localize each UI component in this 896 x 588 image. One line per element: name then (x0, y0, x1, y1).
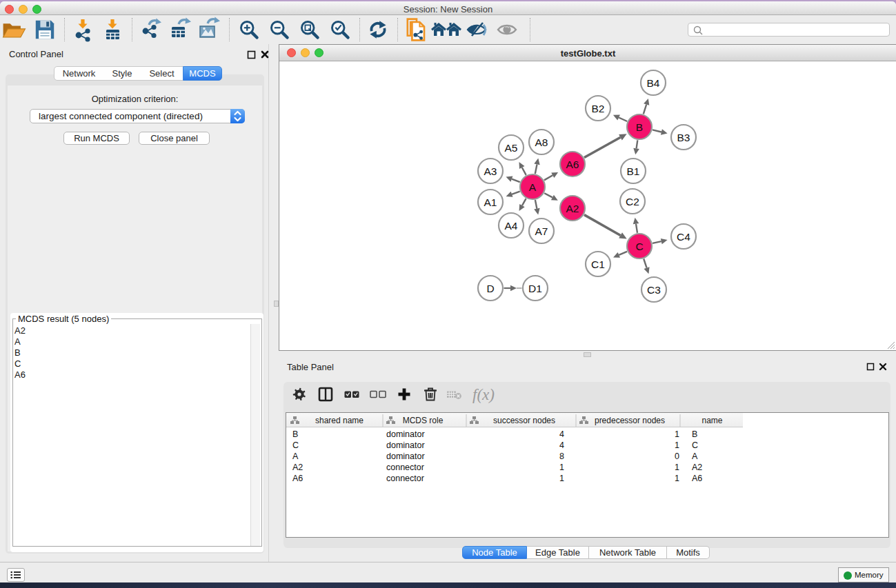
svg-text:A7: A7 (535, 225, 548, 237)
svg-text:D1: D1 (528, 283, 542, 294)
svg-text:D: D (486, 283, 494, 294)
svg-text:C3: C3 (647, 284, 661, 296)
svg-text:C4: C4 (677, 231, 690, 243)
svg-text:B3: B3 (677, 132, 690, 143)
svg-text:B1: B1 (627, 165, 640, 177)
svg-text:B2: B2 (592, 103, 605, 114)
svg-text:C: C (635, 241, 643, 252)
svg-text:C2: C2 (626, 196, 639, 207)
svg-text:B4: B4 (647, 77, 660, 89)
svg-text:A6: A6 (566, 159, 579, 170)
svg-text:A: A (529, 181, 537, 193)
svg-text:C1: C1 (591, 258, 605, 270)
svg-text:A5: A5 (505, 142, 518, 154)
svg-text:A2: A2 (566, 203, 579, 214)
svg-text:f(x): f(x) (472, 386, 495, 403)
svg-text:A4: A4 (505, 220, 518, 232)
svg-text:A8: A8 (535, 136, 548, 148)
svg-text:A1: A1 (484, 196, 497, 208)
svg-text:A3: A3 (484, 165, 497, 177)
svg-text:B: B (636, 121, 643, 133)
